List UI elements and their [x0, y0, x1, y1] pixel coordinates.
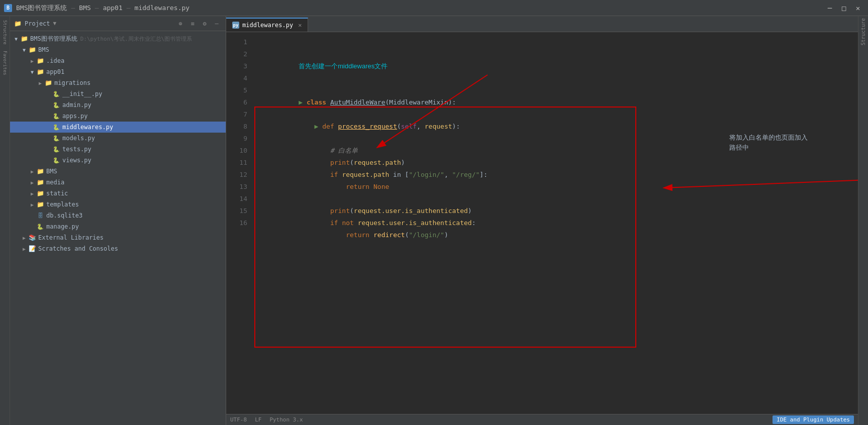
title-bms: BMS [79, 4, 90, 12]
panel-header-actions: ⊕ ≡ ⚙ – [175, 19, 222, 29]
project-dropdown-arrow[interactable]: ▼ [53, 20, 57, 27]
idea-folder-icon: 📁 [36, 57, 44, 65]
editor-area: py middlewares.py ✕ 1 2 3 4 5 6 7 8 9 10… [226, 16, 858, 425]
req-user: request.user.is_authenticated [354, 207, 468, 215]
favorites-btn[interactable]: Favorites [2, 49, 9, 77]
file-tree: ▼ 📁 BMS图书管理系统 D:\python\考试.周末作业汇总\图书管理系 … [10, 31, 226, 425]
tree-bms-subfolder[interactable]: ▶ 📁 BMS [10, 166, 226, 177]
tree-app01[interactable]: ▼ 📁 app01 [10, 66, 226, 77]
code-line-5: ▶ class AutuMiddleWare(MiddlewareMixin): [259, 84, 858, 96]
tree-manage-py[interactable]: ▶ 🐍 manage.py [10, 221, 226, 232]
tree-apps-py[interactable]: ▶ 🐍 apps.py [10, 111, 226, 122]
req-path: request.path [342, 171, 389, 178]
code-line-7: ▶ def process_request(self, request): [259, 109, 858, 121]
fn-paren1: ( [397, 123, 401, 130]
title-app01: app01 [103, 4, 123, 12]
tree-admin-py[interactable]: ▶ 🐍 admin.py [10, 99, 226, 111]
root-label: BMS图书管理系统 [30, 35, 77, 43]
models-py-icon: 🐍 [52, 134, 60, 142]
code-area[interactable]: 首先创建一个middlewares文件 ▶ class AutuMiddleWa… [251, 32, 858, 414]
settings-icon[interactable]: ⚙ [200, 19, 210, 29]
idea-arrow: ▶ [28, 58, 36, 64]
tree-bms-folder[interactable]: ▼ 📁 BMS [10, 44, 226, 55]
app01-arrow: ▼ [28, 69, 36, 75]
tree-static[interactable]: ▶ 📁 static [10, 188, 226, 199]
tree-idea[interactable]: ▶ 📁 .idea [10, 55, 226, 66]
kw-return2: return [299, 231, 373, 239]
ln-11: 11 [226, 157, 247, 169]
structure-btn[interactable]: Structure [2, 18, 9, 47]
status-encoding: UTF-8 [230, 416, 247, 423]
root-folder-icon: 📁 [20, 35, 28, 43]
tree-tests-py[interactable]: ▶ 🐍 tests.py [10, 144, 226, 155]
tree-scratches[interactable]: ▶ 📝 Scratches and Consoles [10, 243, 226, 254]
bms-folder-icon: 📁 [28, 46, 36, 54]
close-button[interactable]: ✕ [852, 2, 864, 14]
kw-if2: if [299, 219, 342, 227]
tab-close-icon[interactable]: ✕ [298, 22, 302, 29]
minimize-button[interactable]: ─ [824, 2, 836, 14]
ln-2: 2 [226, 48, 247, 60]
ext-label: External Libraries [38, 234, 104, 241]
root-arrow: ▼ [12, 36, 20, 42]
bms-arrow: ▼ [20, 47, 28, 53]
annotation-line2: 首先创建一个middlewares文件 [299, 62, 388, 70]
status-bar: UTF-8 LF Python 3.x IDE and Plugin Updat… [226, 414, 858, 425]
tree-media[interactable]: ▶ 📁 media [10, 177, 226, 188]
bms-sub-icon: 📁 [36, 167, 44, 175]
bms-sub-arrow: ▶ [28, 169, 36, 174]
cls-paren2: ): [448, 98, 456, 106]
editor-content[interactable]: 1 2 3 4 5 6 7 8 9 10 11 12 13 14 15 16 [226, 32, 858, 414]
ln-16: 16 [226, 217, 247, 229]
ln-3: 3 [226, 60, 247, 72]
tree-middlewares-py[interactable]: ▶ 🐍 middlewares.py [10, 122, 226, 133]
hide-panel-icon[interactable]: – [212, 19, 222, 29]
str-reg: "/reg/" [452, 171, 480, 178]
tree-models-py[interactable]: ▶ 🐍 models.py [10, 133, 226, 144]
str-login: "/login/" [409, 171, 444, 178]
structure-right-label[interactable]: Structure [860, 18, 866, 45]
ln-10: 10 [226, 145, 247, 157]
fold-marker-5: ▶ [299, 98, 307, 106]
tree-templates[interactable]: ▶ 📁 templates [10, 199, 226, 210]
manage-py-label: manage.py [46, 223, 79, 230]
title-file: middlewares.py [135, 4, 190, 12]
tree-migrations[interactable]: ▶ 📁 migrations [10, 77, 226, 88]
middlewares-py-label: middlewares.py [62, 124, 113, 131]
status-ide-updates[interactable]: IDE and Plugin Updates [773, 415, 854, 424]
tree-init-py[interactable]: ▶ 🐍 __init__.py [10, 88, 226, 99]
media-icon: 📁 [36, 178, 44, 186]
locate-icon[interactable]: ⊕ [175, 19, 185, 29]
status-right: IDE and Plugin Updates [773, 415, 854, 424]
cls-parent: MiddlewareMixin [389, 98, 448, 106]
ln-14: 14 [226, 193, 247, 205]
admin-py-icon: 🐍 [52, 101, 60, 109]
kw-if: if [299, 171, 342, 178]
tree-views-py[interactable]: ▶ 🐍 views.py [10, 155, 226, 166]
maximize-button[interactable]: □ [838, 2, 850, 14]
tree-db[interactable]: ▶ 🗄 db.sqlite3 [10, 210, 226, 221]
middlewares-py-icon: 🐍 [52, 123, 60, 131]
fold-marker-7: ▶ [299, 123, 322, 130]
tree-root[interactable]: ▼ 📁 BMS图书管理系统 D:\python\考试.周末作业汇总\图书管理系 [10, 33, 226, 44]
ln-8: 8 [226, 121, 247, 133]
media-arrow: ▶ [28, 180, 36, 185]
code-line-14: print(request.user.is_authenticated) [259, 193, 858, 205]
right-strip: Structure [858, 16, 868, 425]
migrations-label: migrations [54, 79, 90, 86]
init-py-label: __init__.py [62, 90, 102, 97]
tree-ext-libraries[interactable]: ▶ 📚 External Libraries [10, 232, 226, 243]
in-kw: in [389, 171, 405, 178]
templates-arrow: ▶ [28, 202, 36, 207]
tab-middlewares-py[interactable]: py middlewares.py ✕ [226, 18, 308, 32]
db-label: db.sqlite3 [46, 212, 82, 219]
tab-label: middlewares.py [242, 22, 293, 29]
admin-py-label: admin.py [62, 101, 91, 109]
collapse-icon[interactable]: ≡ [187, 19, 198, 29]
kw-class: class [307, 98, 330, 106]
kw-not: not [342, 219, 357, 227]
print2-p1: ( [350, 207, 354, 215]
ln-6: 6 [226, 96, 247, 109]
static-icon: 📁 [36, 189, 44, 197]
comment-whitelist: # 白名单 [299, 147, 357, 154]
